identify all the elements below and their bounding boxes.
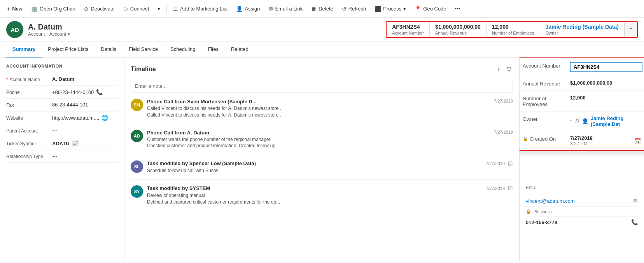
geo-code-button[interactable]: 📍 Geo Code bbox=[411, 3, 450, 14]
relationship-type-value: --- bbox=[52, 153, 57, 159]
toolbar: + New 🏢 Open Org Chart ⊘ Deactivate ⚇ Co… bbox=[0, 0, 644, 18]
checkbox-icon[interactable]: ☑ bbox=[508, 185, 513, 192]
checkbox-icon[interactable]: ☑ bbox=[508, 160, 513, 167]
owner-value[interactable]: Jamie Reding (Sample Data) bbox=[546, 24, 619, 30]
assign-button[interactable]: 👤 Assign bbox=[232, 3, 264, 14]
lock-icon: 🔒 bbox=[523, 136, 528, 141]
entity-meta-bar: AF3HN2S4 Account Number $1,000,000,000.0… bbox=[386, 21, 638, 38]
created-on-time: 3:27 PM bbox=[570, 141, 593, 146]
timeline-avatar-sy: SY bbox=[131, 185, 143, 198]
delete-icon: 🗑 bbox=[311, 6, 317, 12]
account-name-value: A. Datum bbox=[52, 76, 118, 82]
employees-label: Number of Employees bbox=[492, 31, 534, 35]
timeline-item-title: Phone Call from A. Datum bbox=[147, 130, 209, 136]
timeline-item-text: Schedule follow up call with Susan bbox=[147, 167, 513, 174]
chevron-up-icon: ⌃ bbox=[629, 27, 633, 32]
globe-icon[interactable]: 🌐 bbox=[102, 115, 108, 121]
tab-bar: Summary Project Price Lists Details Fiel… bbox=[0, 42, 644, 57]
tab-scheduling[interactable]: Scheduling bbox=[164, 42, 201, 57]
divider bbox=[166, 4, 167, 14]
tab-summary[interactable]: Summary bbox=[6, 42, 42, 57]
new-button[interactable]: + New bbox=[3, 3, 26, 14]
email-value[interactable]: vincent@adatum.com bbox=[526, 198, 630, 204]
timeline-item-date: 7/27/2019 bbox=[494, 130, 513, 134]
timeline-item-text: Review of operating manualDefined and ca… bbox=[147, 192, 513, 206]
process-button[interactable]: ⬛ Process ▾ bbox=[371, 3, 410, 14]
meta-owner[interactable]: Jamie Reding (Sample Data) Owner bbox=[540, 22, 625, 37]
field-phone: Phone +86-23-4444-0100 📞 bbox=[6, 86, 118, 99]
right-field-email: vincent@adatum.com ✉ bbox=[526, 195, 638, 207]
marketing-list-icon: ☰ bbox=[173, 6, 178, 12]
lock-icon-small: 🔒 bbox=[526, 209, 531, 214]
owner-popup-value[interactable]: Jamie Reding (Sample Dat bbox=[591, 115, 641, 127]
employees-popup-value: 12,000 bbox=[570, 95, 641, 101]
add-to-marketing-list-button[interactable]: ☰ Add to Marketing List bbox=[169, 3, 231, 14]
chevron-down-icon: ▾ bbox=[158, 6, 160, 12]
annual-revenue-value: $1,000,000,000.00 bbox=[435, 24, 481, 30]
phone-icon[interactable]: 📞 bbox=[96, 89, 103, 95]
timeline-item-title: Phone Call from Sven Mortensen (Sample D… bbox=[147, 99, 257, 105]
timeline-item: SM Phone Call from Sven Mortensen (Sampl… bbox=[131, 99, 513, 124]
geo-code-icon: 📍 bbox=[415, 6, 421, 12]
plus-icon: + bbox=[7, 6, 10, 12]
timeline-item-content: Task modified by SYSTEM 7/27/2019 ☑ Revi… bbox=[147, 185, 513, 206]
timeline-item-content: Phone Call from Sven Mortensen (Sample D… bbox=[147, 99, 513, 118]
chart-icon[interactable]: 📈 bbox=[72, 140, 79, 146]
process-chevron-icon: ▾ bbox=[403, 6, 406, 12]
timeline-add-button[interactable]: + bbox=[495, 64, 502, 74]
popup-row-owner: Owner * ⏱ 👤 Jamie Reding (Sample Dat bbox=[520, 111, 644, 131]
connect-button[interactable]: ⚇ Connect bbox=[119, 3, 153, 14]
phone-type-value: Business bbox=[534, 209, 552, 214]
deactivate-icon: ⊘ bbox=[84, 6, 89, 12]
entity-type[interactable]: Account · Account ▾ bbox=[28, 31, 70, 37]
timeline-filter-button[interactable]: ▽ bbox=[505, 64, 513, 74]
timeline-item-content: Task modified by Spencer Low (Sample Dat… bbox=[147, 160, 513, 174]
meta-bar-chevron-button[interactable]: ⌃ bbox=[625, 22, 637, 37]
email-icon: ✉ bbox=[268, 6, 273, 12]
email-send-icon[interactable]: ✉ bbox=[633, 198, 638, 204]
timeline-item-content: Phone Call from A. Datum 7/27/2019 Custo… bbox=[147, 130, 513, 150]
open-org-chart-button[interactable]: 🏢 Open Org Chart bbox=[27, 3, 80, 14]
left-panel: ACCOUNT INFORMATION * Account Name A. Da… bbox=[0, 57, 124, 261]
right-panel: Account Number Annual Revenue $1,000,000… bbox=[520, 57, 644, 261]
field-account-name: * Account Name A. Datum bbox=[6, 73, 118, 86]
tab-related[interactable]: Related bbox=[225, 42, 255, 57]
timeline-note-input[interactable] bbox=[131, 80, 513, 92]
tab-field-service[interactable]: Field Service bbox=[122, 42, 164, 57]
annual-revenue-label: Annual Revenue bbox=[435, 31, 481, 35]
field-relationship-type: Relationship Type --- bbox=[6, 150, 118, 163]
calendar-icon[interactable]: 📅 bbox=[634, 138, 641, 144]
more-icon: ••• bbox=[455, 6, 460, 12]
website-value[interactable]: http://www.adatum.... bbox=[52, 115, 99, 121]
refresh-button[interactable]: ↺ Refresh bbox=[338, 3, 370, 14]
refresh-icon: ↺ bbox=[342, 6, 346, 12]
email-section-label: Email bbox=[526, 185, 638, 192]
deactivate-button[interactable]: ⊘ Deactivate bbox=[80, 3, 118, 14]
email-a-link-button[interactable]: ✉ Email a Link bbox=[264, 3, 306, 14]
owner-label: Owner bbox=[546, 31, 619, 35]
tab-details[interactable]: Details bbox=[94, 42, 122, 57]
popup-row-account-number: Account Number bbox=[520, 58, 644, 76]
account-number-label: Account Number bbox=[392, 31, 424, 35]
meta-employees: 12,000 Number of Employees bbox=[486, 22, 540, 37]
more-button[interactable]: ••• bbox=[451, 3, 464, 14]
entity-header: AD A. Datum Account · Account ▾ AF3HN2S4… bbox=[0, 18, 644, 42]
account-number-value: AF3HN2S4 bbox=[392, 24, 424, 30]
right-phone-value: 012-156-8778 bbox=[526, 219, 628, 225]
timeline-item-date: 7/27/2019 bbox=[494, 99, 513, 103]
timeline-item-date: 7/27/2019 bbox=[486, 161, 505, 166]
timeline-item: SY Task modified by SYSTEM 7/27/2019 ☑ R… bbox=[131, 185, 513, 211]
process-icon: ⬛ bbox=[374, 6, 381, 12]
entity-name: A. Datum bbox=[28, 23, 70, 31]
timeline-item-title: Task modified by SYSTEM bbox=[147, 185, 210, 191]
tab-files[interactable]: Files bbox=[202, 42, 225, 57]
dropdown-arrow-button[interactable]: ▾ bbox=[154, 3, 164, 14]
main-content: ACCOUNT INFORMATION * Account Name A. Da… bbox=[0, 57, 644, 261]
account-number-input[interactable] bbox=[570, 62, 642, 72]
delete-button[interactable]: 🗑 Delete bbox=[307, 3, 337, 14]
timeline-header: Timeline + ▽ bbox=[131, 64, 513, 74]
timeline-avatar-ad: AD bbox=[131, 130, 143, 142]
tab-project-price-lists[interactable]: Project Price Lists bbox=[42, 42, 94, 57]
meta-account-number: AF3HN2S4 Account Number bbox=[387, 22, 430, 37]
right-phone-icon[interactable]: 📞 bbox=[631, 219, 638, 225]
